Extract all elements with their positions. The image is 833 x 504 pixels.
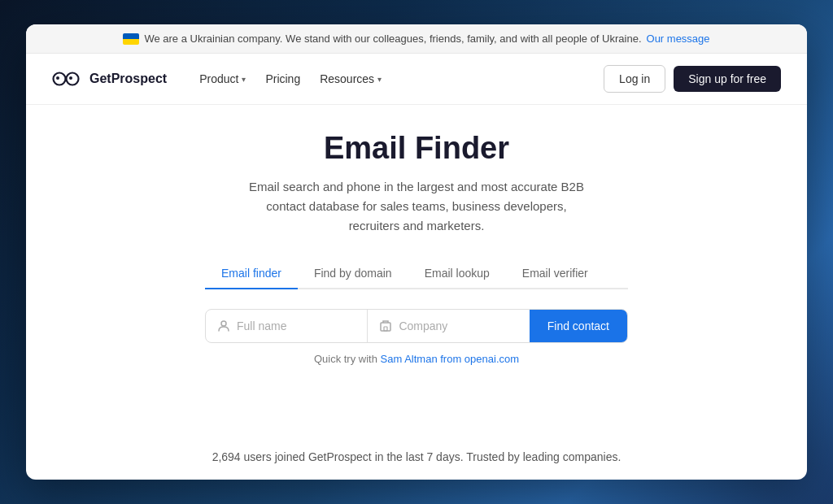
header-actions: Log in Sign up for free — [604, 65, 781, 93]
search-form: Find contact — [205, 309, 628, 343]
building-icon — [379, 319, 392, 332]
svg-point-1 — [67, 73, 79, 85]
svg-point-0 — [54, 73, 66, 85]
person-icon — [217, 319, 230, 332]
quick-try: Quick try with Sam Altman from openai.co… — [314, 353, 519, 365]
page-title: Email Finder — [324, 131, 509, 166]
svg-point-3 — [69, 76, 72, 80]
announcement-link[interactable]: Our message — [647, 33, 710, 45]
quick-try-link[interactable]: Sam Altman from openai.com — [381, 353, 520, 365]
header: GetProspect Product ▾ Pricing Resources … — [26, 54, 807, 105]
company-input[interactable] — [399, 310, 517, 342]
chevron-down-icon: ▾ — [242, 75, 246, 84]
nav-product[interactable]: Product ▾ — [199, 72, 246, 85]
fullname-input-group — [206, 310, 368, 342]
announcement-text: We are a Ukrainian company. We stand wit… — [144, 33, 641, 45]
tab-email-verifier[interactable]: Email verifier — [506, 259, 604, 288]
tab-email-finder[interactable]: Email finder — [205, 259, 298, 288]
page-subtitle: Email search and phone in the largest an… — [246, 177, 587, 236]
main-nav: Product ▾ Pricing Resources ▾ — [199, 72, 604, 85]
company-input-group — [368, 310, 529, 342]
chevron-down-icon-2: ▾ — [377, 75, 382, 84]
find-contact-button[interactable]: Find contact — [530, 310, 627, 342]
announcement-bar: We are a Ukrainian company. We stand wit… — [26, 24, 807, 54]
tab-find-by-domain[interactable]: Find by domain — [298, 259, 408, 288]
svg-point-4 — [221, 321, 226, 326]
tabs-container: Email finder Find by domain Email lookup… — [205, 259, 628, 289]
svg-point-2 — [56, 76, 59, 80]
trusted-text: 2,694 users joined GetProspect in the la… — [212, 442, 621, 463]
logo-text: GetProspect — [89, 72, 167, 86]
logo-icon — [52, 70, 80, 88]
nav-pricing[interactable]: Pricing — [265, 72, 300, 85]
browser-window: We are a Ukrainian company. We stand wit… — [26, 24, 807, 480]
ukraine-flag-icon — [123, 33, 139, 45]
logo[interactable]: GetProspect — [52, 70, 167, 88]
quick-try-prefix: Quick try with — [314, 353, 377, 365]
signup-button[interactable]: Sign up for free — [674, 66, 781, 92]
main-content: Email Finder Email search and phone in t… — [26, 105, 807, 480]
nav-resources[interactable]: Resources ▾ — [320, 72, 382, 85]
login-button[interactable]: Log in — [604, 65, 665, 93]
tab-email-lookup[interactable]: Email lookup — [408, 259, 506, 288]
fullname-input[interactable] — [237, 310, 355, 342]
